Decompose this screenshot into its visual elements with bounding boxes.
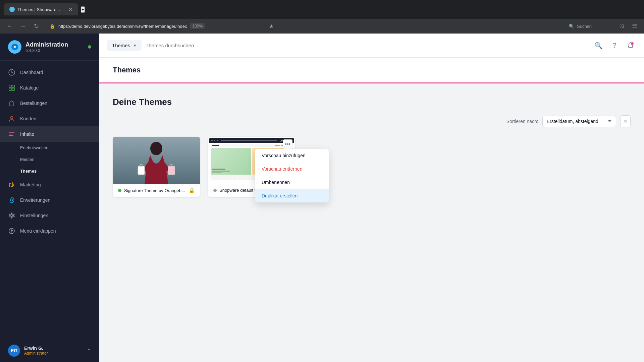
status-dot [88,45,91,49]
svg-rect-5 [12,88,14,90]
app-version: 6.4.20.0 [25,48,68,53]
svg-rect-4 [9,88,11,90]
inhalte-icon [8,130,15,138]
theme-status-inactive-dot [213,189,217,192]
user-name: Erwin G. [24,346,48,351]
search-bar-browser: 🔍 Suchen [562,22,616,31]
sidebar-item-bestellungen[interactable]: Bestellungen [0,96,99,111]
browser-nav-right: 🔍 Suchen ⛭ ☰ [562,21,640,32]
sidebar-item-erweiterungen[interactable]: Erweiterungen [0,192,99,208]
kunden-icon [8,115,15,122]
marketing-icon [8,181,15,188]
user-avatar: EG [8,345,20,357]
erweiterungen-icon [8,196,15,204]
themes-grid: Signature Theme by Orangeb... 🔒 [113,137,631,197]
sidebar-item-collapse[interactable]: Menü einklappen [0,223,99,239]
svg-point-17 [150,142,162,155]
themes-dropdown-label: Themes [112,43,130,48]
tab-favicon [9,7,15,12]
settings-button[interactable]: ☰ [629,21,640,32]
refresh-button[interactable]: ↻ [31,21,42,32]
star-icon[interactable]: ★ [269,23,274,29]
svg-rect-2 [9,85,11,87]
extensions-button[interactable]: ⛭ [617,21,628,32]
themes-search-input[interactable] [146,43,589,48]
sidebar-item-label-kunden: Kunden [20,116,36,121]
search-icon-browser: 🔍 [569,24,574,29]
sort-select[interactable]: Erstelldatum, absteigend Erstelldatum, a… [542,116,616,127]
theme-menu-button[interactable]: ••• [283,139,292,149]
sidebar-item-kunden[interactable]: Kunden [0,111,99,126]
sidebar-header: Administration 6.4.20.0 [0,34,99,61]
themes-dropdown-button[interactable]: Themes ▼ [107,40,142,51]
theme-card-footer-signature: Signature Theme by Orangeb... 🔒 [113,184,200,197]
tab-close-icon[interactable]: ✕ [68,6,73,13]
collapse-icon [8,227,15,235]
svg-rect-9 [9,134,12,134]
bestellungen-icon [8,100,15,107]
einstellungen-icon [8,212,15,219]
search-icon[interactable]: 🔍 [593,40,604,51]
sidebar: Administration 6.4.20.0 Dashboard Katalo… [0,34,99,362]
top-bar: Themes ▼ 🔍 ? [99,34,644,58]
svg-point-7 [11,117,13,119]
sidebar-item-label-einstellungen: Einstellungen [20,213,48,218]
sidebar-footer[interactable]: EG Erwin G. Administrator ⌃ [0,339,99,362]
main-content: Themes ▼ 🔍 ? Themes Deine Themes Sortier… [99,34,644,362]
sidebar-item-label-inhalte: Inhalte [20,131,34,137]
svg-rect-10 [9,135,13,136]
svg-rect-19 [168,166,175,175]
sidebar-item-label-marketing: Marketing [20,182,41,187]
theme-lock-icon: 🔒 [189,188,195,193]
sidebar-item-label-kataloge: Kataloge [20,85,39,90]
sidebar-item-einstellungen[interactable]: Einstellungen [0,208,99,223]
url-text: https://demo.dev.orangebytes.de/admin#/s… [58,24,187,29]
page-header: Themes [99,58,644,83]
browser-tab[interactable]: Themes | Shopware Administra... ✕ [4,3,78,15]
security-icon: 🔒 [50,24,55,29]
user-info: Erwin G. Administrator [24,346,48,356]
sidebar-item-marketing[interactable]: Marketing [0,177,99,192]
notifications-icon[interactable] [625,40,636,51]
page-title: Themes [113,66,631,74]
demo-header: Demostore [209,138,294,143]
app-wrapper: Administration 6.4.20.0 Dashboard Katalo… [0,34,644,362]
browser-chrome: Themes | Shopware Administra... ✕ + [0,0,644,19]
back-button[interactable]: ← [4,21,15,32]
sidebar-item-kataloge[interactable]: Kataloge [0,80,99,96]
sidebar-item-label-erweiterungen: Erweiterungen [20,197,50,203]
context-menu-item-vorschau-hinzufuegen[interactable]: Vorschau hinzufügen [255,149,329,162]
context-menu: Vorschau hinzufügen Vorschau entfernen U… [255,149,329,202]
sidebar-collapse-label: Menü einklappen [20,228,56,234]
app-name: Administration [25,41,68,48]
sort-label: Sortieren nach: [506,119,538,124]
context-menu-item-vorschau-entfernen[interactable]: Vorschau entfernen [255,162,329,176]
user-chevron-up-icon[interactable]: ⌃ [87,348,91,354]
sidebar-subitem-erlebniswelten[interactable]: Erlebniswelten [0,142,99,154]
top-bar-right: 🔍 ? [593,40,636,51]
context-menu-item-umbenennen[interactable]: Umbenennen [255,176,329,189]
svg-rect-8 [9,132,14,133]
theme-card-signature[interactable]: Signature Theme by Orangeb... 🔒 [113,137,200,197]
forward-button[interactable]: → [17,21,28,32]
sidebar-subitem-themes[interactable]: Themes [0,165,99,177]
theme-card-image-signature [113,137,200,184]
svg-rect-6 [10,102,14,106]
theme-card-shopware-default[interactable]: Demostore [208,137,295,197]
sidebar-item-dashboard[interactable]: Dashboard [0,65,99,80]
list-view-button[interactable]: ≡ [620,115,631,127]
sidebar-subitem-medien[interactable]: Medien [0,154,99,165]
kataloge-icon [8,84,15,92]
browser-nav: ← → ↻ 🔒 https://demo.dev.orangebytes.de/… [0,19,644,34]
context-menu-item-duplikat-erstellen[interactable]: Duplikat erstellen [255,189,329,202]
dashboard-icon [8,69,15,76]
help-icon[interactable]: ? [609,40,620,51]
app-logo [8,40,21,54]
sidebar-subitem-label-medien: Medien [20,157,35,162]
sidebar-item-label-dashboard: Dashboard [20,70,43,75]
theme-name-signature: Signature Theme by Orangeb... [124,188,186,193]
sidebar-item-inhalte[interactable]: Inhalte [0,126,99,142]
sidebar-nav: Dashboard Kataloge Bestellungen [0,61,99,339]
new-tab-button[interactable]: + [81,6,85,13]
address-bar[interactable]: 🔒 https://demo.dev.orangebytes.de/admin#… [44,21,279,32]
